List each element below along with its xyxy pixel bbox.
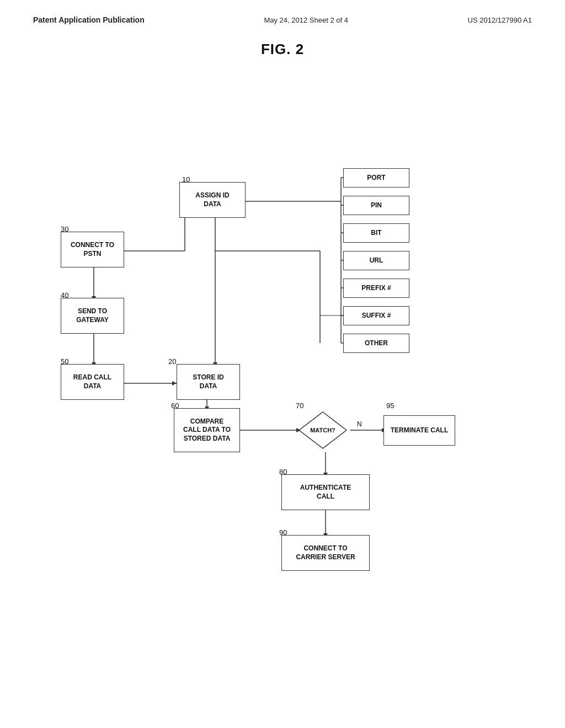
bit-box: BIT: [343, 223, 409, 243]
send-gateway-box: SEND TO GATEWAY: [61, 298, 124, 334]
store-id-box: STORE ID DATA: [177, 364, 240, 400]
step-20: 20: [168, 357, 176, 366]
authenticate-box: AUTHENTICATE CALL: [281, 474, 370, 510]
connect-carrier-box: CONNECT TO CARRIER SERVER: [281, 535, 370, 571]
header: Patent Application Publication May 24, 2…: [0, 0, 565, 24]
match-diamond: MATCH?: [298, 411, 348, 449]
header-left: Patent Application Publication: [33, 15, 145, 24]
read-call-box: READ CALL DATA: [61, 364, 124, 400]
port-box: PORT: [343, 168, 409, 188]
assign-id-box: ASSIGN ID DATA: [179, 182, 246, 218]
url-box: URL: [343, 251, 409, 270]
svg-marker-32: [299, 412, 347, 448]
prefix-box: PREFIX #: [343, 279, 409, 298]
compare-box: COMPARE CALL DATA TO STORED DATA: [174, 408, 240, 452]
terminate-box: TERMINATE CALL: [383, 415, 455, 446]
pin-box: PIN: [343, 196, 409, 215]
other-box: OTHER: [343, 334, 409, 353]
step-70: 70: [296, 402, 303, 410]
fig-title: FIG. 2: [0, 41, 565, 58]
suffix-box: SUFFIX #: [343, 306, 409, 325]
connect-pstn-box: CONNECT TO PSTN: [61, 232, 124, 267]
step-95: 95: [386, 402, 394, 410]
header-center: May 24, 2012 Sheet 2 of 4: [264, 16, 348, 24]
header-right: US 2012/127990 A1: [468, 16, 532, 24]
n-label: N: [357, 420, 362, 428]
diagram: 10 20 30 40 50 60 70 95 80 90 N ASSIGN I…: [0, 58, 565, 665]
svg-marker-18: [172, 381, 177, 386]
